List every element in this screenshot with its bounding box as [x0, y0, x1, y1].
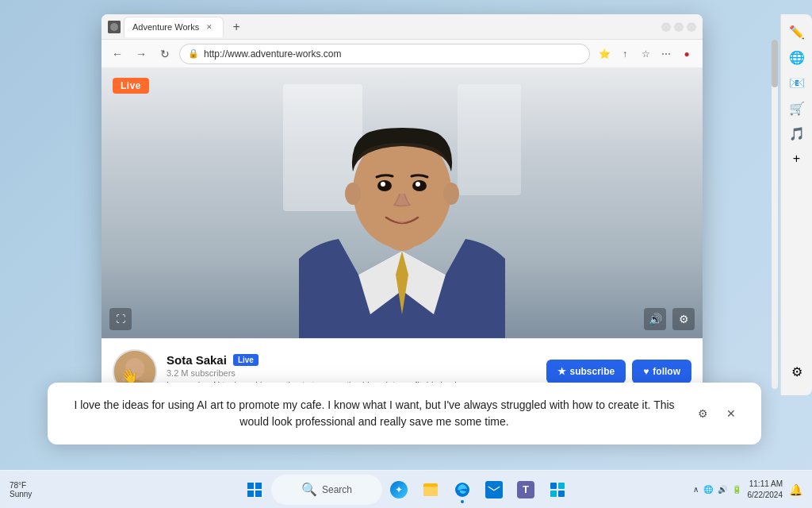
system-clock[interactable]: 11:11 AM 6/22/2024 [748, 479, 783, 501]
taskbar-weather: 78°F Sunny [10, 481, 32, 498]
minimize-button[interactable]: — [661, 22, 671, 32]
mail-icon [485, 481, 503, 498]
edge-sidebar: ✏️ 🌐 📧 🛒 🎵 + ⚙ [780, 14, 812, 395]
favorites-button[interactable]: ☆ [636, 44, 655, 64]
follow-button[interactable]: ♥ follow [632, 360, 691, 383]
svg-rect-23 [550, 483, 557, 489]
title-bar: Adventure Works ✕ + — □ ✕ [102, 14, 703, 40]
network-icon[interactable]: 🌐 [703, 485, 713, 494]
taskbar-files[interactable] [416, 475, 446, 505]
nav-actions: ⭐ ↑ ☆ ⋯ ● [595, 44, 696, 64]
new-tab-button[interactable]: + [227, 17, 246, 37]
forward-button[interactable]: → [132, 44, 151, 64]
notification-icon[interactable]: 🔔 [789, 483, 802, 496]
start-button[interactable] [239, 475, 270, 505]
channel-actions: ★ subscribe ♥ follow [546, 360, 692, 383]
channel-name: Sota Sakai [167, 353, 227, 367]
taskbar-edge[interactable] [447, 475, 477, 505]
collections-button[interactable]: ⭐ [595, 44, 614, 64]
subscribers-count: 3.2 M subscribers [167, 368, 537, 378]
sidebar-pencil-icon[interactable]: ✏️ [786, 21, 808, 43]
active-indicator [461, 500, 464, 503]
volume-button[interactable]: 🔊 [644, 308, 666, 330]
ai-popup: I love the ideas for using AI art to pro… [48, 383, 761, 444]
live-tag: Live [233, 354, 259, 366]
ai-close-button[interactable]: ✕ [720, 402, 742, 425]
svg-rect-22 [488, 485, 500, 494]
url-text: http://www.adventure-works.com [204, 48, 341, 60]
active-tab[interactable]: Adventure Works ✕ [124, 17, 224, 37]
settings-button[interactable]: ⚙ [672, 308, 695, 330]
refresh-button[interactable]: ↻ [155, 44, 174, 64]
ai-popup-text: I love the ideas for using AI art to pro… [67, 397, 682, 430]
sidebar-globe-icon[interactable]: 🌐 [786, 46, 808, 68]
heart-icon: ♥ [643, 366, 649, 377]
svg-point-10 [345, 183, 361, 205]
sidebar-settings-icon[interactable]: ⚙ [786, 360, 808, 383]
sidebar-mail-icon[interactable]: 📧 [786, 71, 808, 94]
svg-rect-16 [255, 483, 262, 489]
taskbar-right: ∧ 🌐 🔊 🔋 11:11 AM 6/22/2024 🔔 [693, 479, 803, 501]
close-button[interactable]: ✕ [687, 22, 696, 32]
more-button[interactable]: ⋯ [657, 44, 676, 64]
taskbar-store[interactable] [542, 475, 573, 505]
svg-point-11 [443, 183, 459, 205]
sidebar-music-icon[interactable]: 🎵 [786, 122, 808, 144]
taskbar: 78°F Sunny 🔍 Search [0, 470, 812, 508]
copilot-icon: ✦ [390, 481, 408, 498]
svg-rect-15 [247, 483, 254, 489]
browser-window: Adventure Works ✕ + — □ ✕ ← → ↻ 🔒 http:/… [102, 14, 703, 403]
svg-rect-20 [423, 487, 438, 496]
desktop: Adventure Works ✕ + — □ ✕ ← → ↻ 🔒 http:/… [0, 0, 812, 508]
store-icon [549, 481, 566, 498]
temperature: 78°F [10, 481, 32, 490]
person-figure [236, 68, 569, 338]
battery-icon[interactable]: 🔋 [732, 485, 741, 494]
edge-icon[interactable]: ● [677, 44, 696, 64]
sidebar-add-icon[interactable]: + [786, 148, 808, 170]
svg-rect-25 [550, 491, 557, 497]
window-controls: — □ ✕ [661, 22, 696, 32]
search-icon: 🔍 [301, 482, 317, 497]
svg-rect-17 [247, 491, 254, 497]
taskbar-center: 🔍 Search ✦ [239, 475, 573, 505]
lock-icon: 🔒 [188, 48, 199, 59]
clock-time: 11:11 AM [748, 479, 783, 490]
tab-title: Adventure Works [132, 22, 199, 32]
svg-rect-18 [255, 491, 262, 497]
tab-bar: Adventure Works ✕ + [124, 17, 658, 37]
address-bar[interactable]: 🔒 http://www.adventure-works.com [179, 44, 590, 64]
files-icon [422, 481, 439, 498]
windows-icon [245, 480, 264, 499]
browser-favicon [108, 21, 121, 33]
volume-icon[interactable]: 🔊 [718, 485, 727, 494]
scrollbar-thumb[interactable] [772, 40, 778, 87]
svg-rect-24 [558, 483, 565, 489]
maximize-button[interactable]: □ [674, 22, 684, 32]
svg-rect-26 [558, 491, 565, 497]
search-button[interactable]: 🔍 Search [271, 475, 382, 505]
weather-condition: Sunny [10, 490, 32, 498]
channel-name-row: Sota Sakai Live [167, 353, 537, 367]
search-label: Search [322, 484, 352, 495]
share-button[interactable]: ↑ [615, 44, 634, 64]
taskbar-teams[interactable]: T [511, 475, 541, 505]
up-arrow-icon[interactable]: ∧ [693, 485, 699, 494]
subscribe-button[interactable]: ★ subscribe [546, 360, 626, 383]
star-icon: ★ [557, 366, 566, 377]
taskbar-mail[interactable] [479, 475, 509, 505]
scrollbar[interactable] [772, 40, 778, 389]
taskbar-copilot[interactable]: ✦ [384, 475, 414, 505]
video-area: Live ⛶ 🔊 ⚙ [102, 68, 703, 338]
ai-popup-actions: ⚙ ✕ [691, 402, 742, 425]
tab-close-button[interactable]: ✕ [204, 21, 215, 33]
live-badge: Live [113, 78, 149, 94]
svg-point-8 [381, 182, 385, 187]
svg-rect-3 [458, 84, 521, 195]
back-button[interactable]: ← [108, 44, 127, 64]
edge-browser-icon [454, 481, 471, 498]
expand-button[interactable]: ⛶ [109, 308, 132, 330]
svg-point-9 [416, 182, 420, 187]
ai-settings-button[interactable]: ⚙ [691, 402, 714, 425]
sidebar-cart-icon[interactable]: 🛒 [786, 97, 808, 119]
